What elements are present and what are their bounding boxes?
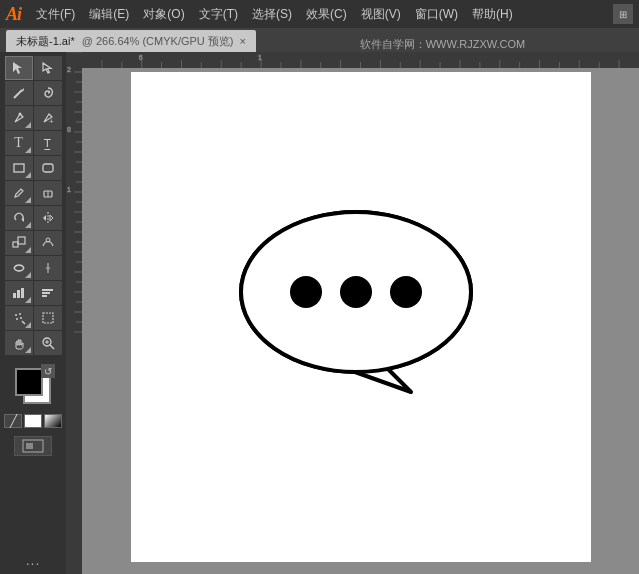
- selection-tool[interactable]: [5, 56, 33, 80]
- tool-row-6: [0, 181, 66, 205]
- svg-rect-23: [42, 289, 53, 291]
- svg-marker-13: [50, 215, 53, 221]
- add-anchor-tool[interactable]: +: [34, 106, 62, 130]
- menu-object[interactable]: 对象(O): [136, 4, 191, 25]
- change-screen-mode-button[interactable]: [14, 436, 52, 456]
- eraser-tool[interactable]: [34, 181, 62, 205]
- width-tool[interactable]: [34, 256, 62, 280]
- gradient-button[interactable]: [44, 414, 62, 428]
- svg-rect-14: [13, 242, 18, 247]
- hand-tool[interactable]: [5, 331, 33, 355]
- touch-type-tool[interactable]: T̲: [34, 131, 62, 155]
- svg-point-101: [340, 276, 372, 308]
- svg-point-25: [19, 313, 21, 315]
- lasso-tool[interactable]: [34, 81, 62, 105]
- pen-tool[interactable]: [5, 106, 33, 130]
- svg-marker-12: [43, 215, 46, 221]
- menu-edit[interactable]: 编辑(E): [82, 4, 136, 25]
- reset-colors[interactable]: ↺: [41, 364, 55, 378]
- svg-text:+: +: [49, 117, 54, 125]
- svg-marker-0: [13, 62, 22, 74]
- svg-rect-22: [42, 292, 50, 294]
- svg-text:1: 1: [258, 54, 262, 61]
- tool-row-3: +: [0, 106, 66, 130]
- svg-point-26: [16, 318, 18, 320]
- magic-wand-tool[interactable]: [5, 81, 33, 105]
- view-switcher: ⊞: [613, 4, 633, 24]
- menu-file[interactable]: 文件(F): [29, 4, 82, 25]
- svg-rect-28: [43, 313, 53, 323]
- menu-window[interactable]: 窗口(W): [408, 4, 465, 25]
- zoom-tool[interactable]: [34, 331, 62, 355]
- canvas-wrapper: 2 8 1: [66, 52, 639, 574]
- menu-view[interactable]: 视图(V): [354, 4, 408, 25]
- color-area: ↺ ╱: [0, 360, 66, 432]
- svg-rect-19: [17, 290, 20, 298]
- tool-row-12: [0, 331, 66, 355]
- app-logo: Ai: [6, 4, 21, 25]
- screen-mode-area: [14, 436, 52, 456]
- reflect-tool[interactable]: [34, 206, 62, 230]
- direct-selection-tool[interactable]: [34, 56, 62, 80]
- tool-row-8: [0, 231, 66, 255]
- speech-bubble-svg[interactable]: [221, 197, 501, 437]
- type-tool[interactable]: T: [5, 131, 33, 155]
- document-tab[interactable]: 未标题-1.ai* @ 266.64% (CMYK/GPU 预览) ×: [6, 30, 256, 52]
- artboard-tool[interactable]: [34, 306, 62, 330]
- tab-close-button[interactable]: ×: [240, 35, 246, 47]
- svg-text:2: 2: [67, 66, 71, 73]
- bar-graph-tool[interactable]: [34, 281, 62, 305]
- svg-text:6: 6: [139, 54, 143, 61]
- tool-row-9: [0, 256, 66, 280]
- menu-bar: 文件(F) 编辑(E) 对象(O) 文字(T) 选择(S) 效果(C) 视图(V…: [29, 4, 613, 25]
- solid-color-button[interactable]: [24, 414, 42, 428]
- fill-swatch[interactable]: [15, 368, 43, 396]
- tool-row-10: [0, 281, 66, 305]
- rectangle-tool[interactable]: [5, 156, 33, 180]
- reshape-tool[interactable]: [34, 231, 62, 255]
- tool-row-7: [0, 206, 66, 230]
- tab-website: 软件自学网：WWW.RJZXW.COM: [256, 37, 639, 52]
- canvas-area[interactable]: 6 1: [82, 52, 639, 574]
- canvas-document: [131, 72, 591, 562]
- rounded-rectangle-tool[interactable]: [34, 156, 62, 180]
- svg-rect-6: [14, 164, 24, 172]
- svg-rect-20: [21, 288, 24, 298]
- warp-tool[interactable]: [5, 256, 33, 280]
- column-graph-tool[interactable]: [5, 281, 33, 305]
- scale-tool[interactable]: [5, 231, 33, 255]
- color-modes: ╱: [4, 414, 62, 428]
- svg-point-27: [20, 317, 22, 319]
- tool-row-11: [0, 306, 66, 330]
- menu-select[interactable]: 选择(S): [245, 4, 299, 25]
- svg-line-30: [50, 345, 54, 349]
- rotate-tool[interactable]: [5, 206, 33, 230]
- more-tools-button[interactable]: ...: [26, 552, 41, 568]
- menu-effect[interactable]: 效果(C): [299, 4, 354, 25]
- top-bar: Ai 文件(F) 编辑(E) 对象(O) 文字(T) 选择(S) 效果(C) 视…: [0, 0, 639, 28]
- symbol-spray-tool[interactable]: [5, 306, 33, 330]
- ruler-left: 2 8 1: [66, 52, 82, 574]
- svg-marker-1: [43, 63, 51, 73]
- tool-row-4: T T̲: [0, 131, 66, 155]
- color-swatches: ↺: [11, 364, 55, 408]
- menu-help[interactable]: 帮助(H): [465, 4, 520, 25]
- svg-point-102: [390, 276, 422, 308]
- svg-point-24: [15, 314, 17, 316]
- main-layout: + T T̲: [0, 52, 639, 574]
- svg-rect-21: [42, 295, 47, 297]
- svg-text:1: 1: [67, 186, 71, 193]
- content-row: 2 8 1: [66, 52, 639, 574]
- svg-point-100: [290, 276, 322, 308]
- pencil-tool[interactable]: [5, 181, 33, 205]
- tool-row-5: [0, 156, 66, 180]
- svg-rect-7: [43, 164, 53, 172]
- svg-rect-15: [18, 237, 25, 244]
- menu-type[interactable]: 文字(T): [192, 4, 245, 25]
- grid-view-button[interactable]: ⊞: [613, 4, 633, 24]
- svg-rect-18: [13, 293, 16, 298]
- tool-row-2: [0, 81, 66, 105]
- svg-point-4: [18, 113, 21, 116]
- left-toolbar: + T T̲: [0, 52, 66, 574]
- no-color-button[interactable]: ╱: [4, 414, 22, 428]
